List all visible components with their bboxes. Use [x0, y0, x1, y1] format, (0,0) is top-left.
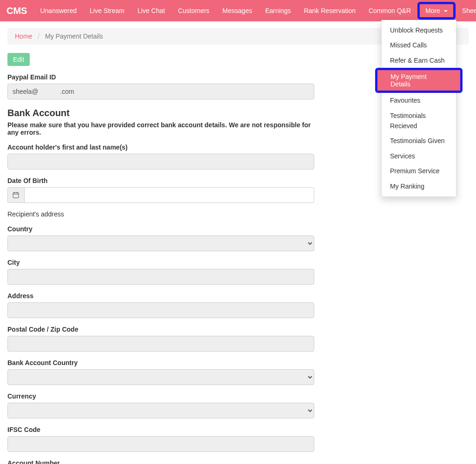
nav-earnings[interactable]: Earnings — [258, 0, 297, 21]
recipient-address-label: Recipient's address — [7, 210, 314, 218]
account-holder-input[interactable] — [7, 154, 314, 170]
calendar-icon[interactable] — [7, 187, 24, 203]
postal-input[interactable] — [7, 336, 314, 352]
dropdown-my-payment-details-highlight: My Payment Details — [375, 68, 463, 93]
account-number-label: Account Number — [7, 459, 314, 464]
brand-logo[interactable]: CMS — [7, 6, 27, 16]
nav-user-label: Sheela — [462, 7, 476, 14]
dropdown-testimonials-received[interactable]: Testimonials Recieved — [382, 108, 456, 134]
account-holder-label: Account holder's first and last name(s) — [7, 144, 314, 151]
chevron-down-icon — [444, 10, 448, 12]
breadcrumb-current: My Payment Details — [45, 33, 103, 40]
currency-label: Currency — [7, 392, 314, 400]
country-select[interactable] — [7, 235, 314, 251]
more-dropdown-menu: Unblock Requests Missed Calls Refer & Ea… — [381, 20, 456, 197]
ifsc-input[interactable] — [7, 436, 314, 452]
dropdown-unblock-requests[interactable]: Unblock Requests — [382, 23, 456, 38]
dob-input[interactable] — [24, 187, 314, 203]
city-label: City — [7, 259, 314, 266]
bank-country-label: Bank Account Country — [7, 359, 314, 366]
nav-common-qr[interactable]: Common Q&R — [362, 0, 417, 21]
bank-country-select[interactable] — [7, 369, 314, 385]
dob-label: Date Of Birth — [7, 177, 314, 184]
nav-more-label: More — [425, 7, 440, 14]
currency-select[interactable] — [7, 403, 314, 418]
dropdown-refer-earn[interactable]: Refer & Earn Cash — [382, 53, 456, 68]
breadcrumb-home[interactable]: Home — [15, 33, 32, 40]
paypal-email-label: Paypal Email ID — [7, 73, 314, 81]
nav-list: Unanswered Live Stream Live Chat Custome… — [33, 0, 476, 21]
nav-more-dropdown-toggle[interactable]: More — [417, 2, 456, 20]
dropdown-premium-service[interactable]: Premium Service — [382, 163, 456, 178]
dropdown-my-ranking[interactable]: My Ranking — [382, 179, 456, 194]
dropdown-favourites[interactable]: Favourites — [382, 93, 456, 108]
address-input[interactable] — [7, 302, 314, 318]
paypal-email-input[interactable] — [7, 84, 314, 99]
nav-customers[interactable]: Customers — [172, 0, 216, 21]
dropdown-missed-calls[interactable]: Missed Calls — [382, 38, 456, 52]
bank-account-note: Please make sure that you have provided … — [7, 121, 314, 136]
nav-user-dropdown-toggle[interactable]: Sheela — [456, 0, 476, 21]
ifsc-label: IFSC Code — [7, 426, 314, 433]
dropdown-services[interactable]: Services — [382, 149, 456, 163]
nav-live-chat[interactable]: Live Chat — [131, 0, 172, 21]
top-navbar: CMS Unanswered Live Stream Live Chat Cus… — [0, 0, 476, 21]
city-input[interactable] — [7, 269, 314, 285]
nav-live-stream[interactable]: Live Stream — [83, 0, 131, 21]
bank-account-title: Bank Account — [7, 108, 314, 118]
svg-rect-0 — [13, 193, 19, 198]
dropdown-my-payment-details[interactable]: My Payment Details — [377, 70, 460, 91]
nav-messages[interactable]: Messages — [216, 0, 259, 21]
address-label: Address — [7, 292, 314, 300]
edit-button[interactable]: Edit — [7, 53, 30, 66]
payment-form: Paypal Email ID Bank Account Please make… — [7, 73, 314, 464]
dropdown-testimonials-given[interactable]: Testimonials Given — [382, 133, 456, 148]
nav-rank-reservation[interactable]: Rank Reservation — [298, 0, 362, 21]
dob-input-group — [7, 187, 314, 203]
breadcrumb-separator: / — [38, 33, 40, 40]
postal-label: Postal Code / Zip Code — [7, 326, 314, 333]
country-label: Country — [7, 225, 314, 233]
nav-unanswered[interactable]: Unanswered — [33, 0, 83, 21]
